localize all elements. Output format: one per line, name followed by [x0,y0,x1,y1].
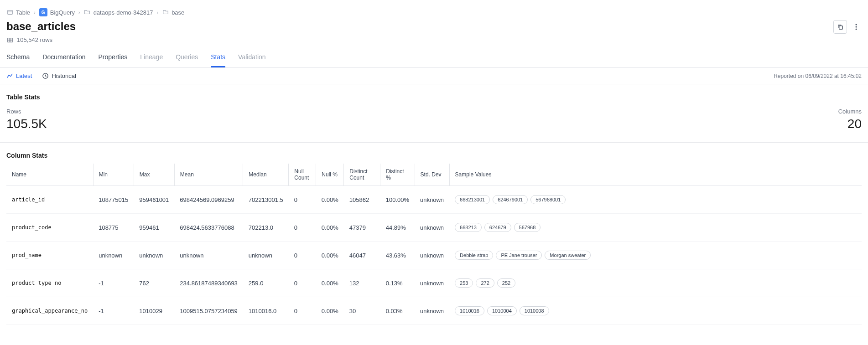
sample-chip[interactable]: 1010008 [520,306,549,315]
cell-mean: 234.86187489340693 [174,269,243,297]
th-distinct-pct[interactable]: Distinct % [380,164,415,186]
cell-std-dev: unknown [415,214,449,242]
sample-chip[interactable]: 1010016 [455,306,484,315]
tab-stats[interactable]: Stats [211,49,225,67]
cell-samples: 101001610100041010008 [449,297,862,325]
stat-rows-value: 105.5K [6,117,47,131]
th-max[interactable]: Max [134,164,174,186]
th-distinct-count[interactable]: Distinct Count [344,164,380,186]
svg-point-3 [856,24,857,26]
breadcrumb: Table › G BigQuery › dataops-demo-342817… [0,0,868,20]
tab-documentation[interactable]: Documentation [42,49,85,67]
chevron-right-icon: › [34,10,36,15]
cell-std-dev: unknown [415,242,449,269]
cell-name: prod_name [6,242,93,269]
stat-columns: Columns 20 [838,108,862,131]
cell-name: graphical_appearance_no [6,297,93,325]
cell-max: 959461001 [134,186,174,214]
chart-line-icon [6,72,13,79]
th-sample[interactable]: Sample Values [449,164,862,186]
sample-chip[interactable]: Debbie strap [455,251,493,260]
table-row: prod_nameunknownunknownunknownunknown00.… [6,242,862,269]
cell-distinct-count: 30 [344,297,380,325]
cell-mean: 698424569.0969259 [174,186,243,214]
cell-distinct-count: 47379 [344,214,380,242]
table-icon [6,9,13,16]
sample-chip[interactable]: 624679001 [493,195,528,204]
cell-null-count: 0 [289,214,316,242]
th-median[interactable]: Median [243,164,289,186]
sample-chip[interactable]: 624679 [484,223,511,232]
cell-name: product_code [6,214,93,242]
tab-validation: Validation [238,49,265,67]
th-name[interactable]: Name [6,164,93,186]
th-null-count[interactable]: Null Count [289,164,316,186]
reported-timestamp: Reported on 06/09/2022 at 16:45:02 [774,73,862,79]
clock-icon [42,72,49,79]
page-title: base_articles [6,20,76,33]
th-std-dev[interactable]: Std. Dev [415,164,449,186]
subtab-historical[interactable]: Historical [42,72,76,79]
breadcrumb-project[interactable]: dataops-demo-342817 [84,9,153,16]
th-null-pct[interactable]: Null % [316,164,344,186]
table-stats-title: Table Stats [0,84,868,105]
cell-null-pct: 0.00% [316,269,344,297]
breadcrumb-project-label: dataops-demo-342817 [94,9,153,16]
more-menu-button[interactable] [851,20,862,34]
cell-mean: 1009515.0757234059 [174,297,243,325]
row-count-subtitle: 105,542 rows [0,35,868,49]
sample-chip[interactable]: Morgan sweater [545,251,591,260]
svg-point-5 [856,29,857,30]
breadcrumb-bigquery[interactable]: G BigQuery [39,8,75,16]
subtab-bar: Latest Historical Reported on 06/09/2022… [0,68,868,84]
sample-chip[interactable]: 252 [497,278,515,288]
sample-chip[interactable]: 668213 [455,223,482,232]
svg-point-4 [856,26,857,28]
tab-properties[interactable]: Properties [99,49,128,67]
subtab-group: Latest Historical [6,72,76,79]
breadcrumb-bigquery-label: BigQuery [50,9,75,16]
cell-null-count: 0 [289,186,316,214]
th-min[interactable]: Min [93,164,134,186]
sample-chip[interactable]: 668213001 [455,195,490,204]
cell-median: 259.0 [243,269,289,297]
stat-rows: Rows 105.5K [6,108,47,131]
cell-name: product_type_no [6,269,93,297]
cell-null-pct: 0.00% [316,297,344,325]
cell-max: 1010029 [134,297,174,325]
sample-chip[interactable]: 253 [455,278,473,288]
table-row: product_type_no-1762234.8618748934069325… [6,269,862,297]
row-count-text: 105,542 rows [17,36,52,43]
table-row: graphical_appearance_no-110100291009515.… [6,297,862,325]
svg-rect-0 [7,10,12,15]
breadcrumb-table[interactable]: Table [6,9,30,16]
copy-button[interactable] [833,20,847,34]
cell-distinct-count: 132 [344,269,380,297]
cell-null-pct: 0.00% [316,242,344,269]
cell-max: 762 [134,269,174,297]
stat-columns-value: 20 [838,117,862,131]
cell-min: unknown [93,242,134,269]
sample-chip[interactable]: 272 [476,278,494,288]
cell-samples: 668213001624679001567968001 [449,186,862,214]
cell-name: article_id [6,186,93,214]
sample-chip[interactable]: 567968001 [530,195,566,204]
tab-schema[interactable]: Schema [6,49,30,67]
cell-min: -1 [93,269,134,297]
subtab-latest[interactable]: Latest [6,72,32,79]
breadcrumb-dataset[interactable]: base [162,9,184,16]
cell-samples: 253272252 [449,269,862,297]
sample-chip[interactable]: 1010004 [487,306,517,315]
sample-chip[interactable]: 567968 [514,223,541,232]
cell-samples: Debbie strapPE Jane trouserMorgan sweate… [449,242,862,269]
table-row: product_code108775959461698424.563377608… [6,214,862,242]
table-stats-row: Rows 105.5K Columns 20 [0,105,868,143]
tab-bar: Schema Documentation Properties Lineage … [0,49,868,68]
cell-median: unknown [243,242,289,269]
cell-median: 1010016.0 [243,297,289,325]
th-mean[interactable]: Mean [174,164,243,186]
chevron-right-icon: › [156,10,158,15]
cell-distinct-pct: 0.13% [380,269,415,297]
sample-chip[interactable]: PE Jane trouser [496,251,542,260]
cell-distinct-pct: 44.89% [380,214,415,242]
